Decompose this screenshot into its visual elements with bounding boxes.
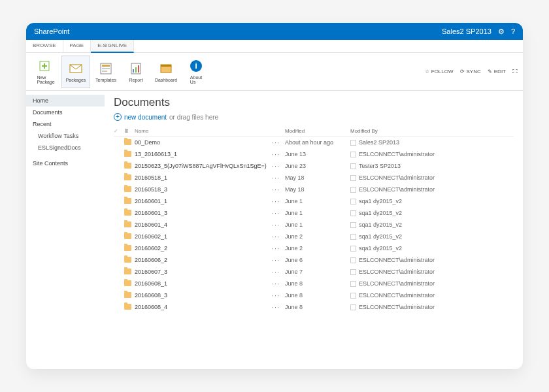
row-menu-icon[interactable]: ··· — [272, 244, 285, 252]
nav-eslsigneddocs[interactable]: ESLSignedDocs — [26, 142, 105, 154]
table-row[interactable]: 20160607_3···June 7ESLCONNECT\administra… — [114, 266, 514, 278]
row-modified-by[interactable]: ESLCONNECT\administrator — [350, 280, 455, 287]
row-menu-icon[interactable]: ··· — [272, 233, 285, 240]
col-name[interactable]: Name — [135, 128, 272, 134]
ribbon-about-us[interactable]: iAboutUs — [182, 56, 210, 88]
nav-documents[interactable]: Documents — [26, 106, 105, 118]
help-icon[interactable]: ? — [511, 27, 515, 35]
table-row[interactable]: 20160601_4···June 1sqa1 dy2015_v2 — [114, 219, 514, 231]
tab-e-signlive[interactable]: E-SIGNLIVE — [91, 40, 134, 53]
row-menu-icon[interactable]: ··· — [272, 256, 285, 264]
svg-rect-10 — [135, 67, 137, 73]
table-row[interactable]: 20160602_2···June 2sqa1 dy2015_v2 — [114, 242, 514, 254]
row-name[interactable]: 20150623_5(Jy07iWS887LAgVFlHvQLxSn1SgE=) — [135, 163, 272, 169]
col-check[interactable]: ✓ — [114, 128, 124, 134]
user-label[interactable]: Sales2 SP2013 — [442, 27, 491, 35]
ribbon-action-follow[interactable]: ☆FOLLOW — [425, 69, 454, 74]
ribbon-templates[interactable]: Templates — [92, 56, 120, 88]
app-window: SharePoint Sales2 SP2013 ⚙ ? BROWSEPAGEE… — [26, 23, 523, 369]
row-modified-by[interactable]: ESLCONNECT\administrator — [350, 151, 455, 157]
row-name[interactable]: 20160608_4 — [135, 304, 272, 310]
table-row[interactable]: 20160606_2···June 6ESLCONNECT\administra… — [114, 254, 514, 266]
row-name[interactable]: 20160607_3 — [135, 269, 272, 275]
folder-icon — [124, 280, 135, 287]
ribbon-action-expand[interactable]: ⛶ — [512, 69, 518, 74]
row-name[interactable]: 20160602_2 — [135, 245, 272, 252]
row-modified-by[interactable]: sqa1 dy2015_v2 — [350, 210, 455, 216]
row-modified-by[interactable]: Sales2 SP2013 — [350, 139, 455, 146]
table-row[interactable]: 20160601_1···June 1sqa1 dy2015_v2 — [114, 195, 514, 207]
ribbon-action-edit[interactable]: ✎EDIT — [488, 69, 506, 74]
row-menu-icon[interactable]: ··· — [272, 280, 285, 287]
row-name[interactable]: 20160608_1 — [135, 280, 272, 287]
row-name[interactable]: 20160601_3 — [135, 210, 272, 216]
row-modified-by[interactable]: ESLCONNECT\administrator — [350, 174, 455, 181]
row-menu-icon[interactable]: ··· — [272, 221, 285, 229]
ribbon-packages[interactable]: Packages — [61, 56, 90, 88]
row-menu-icon[interactable]: ··· — [272, 197, 285, 205]
table-row[interactable]: 20160608_1···June 8ESLCONNECT\administra… — [114, 278, 514, 289]
ribbon-action-sync[interactable]: ⟳SYNC — [460, 69, 481, 74]
table-row[interactable]: 20160518_3···May 18ESLCONNECT\administra… — [114, 184, 514, 195]
nav-home[interactable]: Home — [26, 95, 105, 106]
row-name[interactable]: 20160518_3 — [135, 186, 272, 193]
row-modified-by[interactable]: ESLCONNECT\administrator — [350, 186, 455, 193]
row-menu-icon[interactable]: ··· — [272, 150, 285, 158]
row-modified-by[interactable]: sqa1 dy2015_v2 — [350, 245, 455, 252]
row-modified-by[interactable]: sqa1 dy2015_v2 — [350, 233, 455, 240]
row-name[interactable]: 20160601_1 — [135, 198, 272, 204]
folder-icon — [124, 174, 135, 182]
row-menu-icon[interactable]: ··· — [272, 174, 285, 182]
row-modified: June 8 — [285, 304, 350, 310]
row-modified-by[interactable]: sqa1 dy2015_v2 — [350, 221, 455, 228]
row-modified: May 18 — [285, 174, 350, 181]
row-modified-by[interactable]: sqa1 dy2015_v2 — [350, 198, 455, 204]
row-modified-by[interactable]: ESLCONNECT\administrator — [350, 304, 455, 310]
table-row[interactable]: 13_20160613_1···June 13ESLCONNECT\admini… — [114, 148, 514, 160]
row-name[interactable]: 00_Demo — [135, 139, 272, 146]
nav-site-contents[interactable]: Site Contents — [26, 157, 105, 169]
table-row[interactable]: 20160601_3···June 1sqa1 dy2015_v2 — [114, 207, 514, 219]
user-icon — [350, 187, 356, 193]
row-menu-icon[interactable]: ··· — [272, 209, 285, 217]
table-row[interactable]: 20150623_5(Jy07iWS887LAgVFlHvQLxSn1SgE=)… — [114, 160, 514, 172]
row-name[interactable]: 20160518_1 — [135, 174, 272, 181]
row-menu-icon[interactable]: ··· — [272, 268, 285, 276]
row-name[interactable]: 13_20160613_1 — [135, 151, 272, 157]
ribbon-new-package[interactable]: NewPackage — [31, 56, 60, 88]
ribbon-right: ☆FOLLOW⟳SYNC✎EDIT⛶ — [425, 69, 518, 74]
row-menu-icon[interactable]: ··· — [272, 303, 285, 311]
new-document-link[interactable]: + new document or drag files here — [114, 113, 514, 121]
row-menu-icon[interactable]: ··· — [272, 162, 285, 170]
row-modified-by[interactable]: ESLCONNECT\administrator — [350, 292, 455, 299]
folder-icon — [124, 257, 135, 264]
nav-recent[interactable]: Recent — [26, 118, 105, 130]
row-name[interactable]: 20160601_4 — [135, 221, 272, 228]
row-modified-by[interactable]: ESLCONNECT\administrator — [350, 257, 455, 263]
user-icon — [350, 175, 356, 181]
tab-browse[interactable]: BROWSE — [26, 40, 63, 52]
gear-icon[interactable]: ⚙ — [498, 27, 505, 36]
folder-icon — [124, 233, 135, 240]
row-modified-by[interactable]: ESLCONNECT\administrator — [350, 269, 455, 275]
ribbon-report[interactable]: Report — [122, 56, 150, 88]
row-name[interactable]: 20160602_1 — [135, 233, 272, 240]
ribbon-dashboard[interactable]: Dashboard — [152, 56, 180, 88]
table-row[interactable]: 20160602_1···June 2sqa1 dy2015_v2 — [114, 231, 514, 242]
col-modified[interactable]: Modified — [285, 128, 350, 134]
table-row[interactable]: 20160518_1···May 18ESLCONNECT\administra… — [114, 172, 514, 184]
table-row[interactable]: 20160608_4···June 8ESLCONNECT\administra… — [114, 301, 514, 313]
tab-page[interactable]: PAGE — [63, 40, 92, 52]
row-modified-by[interactable]: Tester3 SP2013 — [350, 163, 455, 169]
table-row[interactable]: 20160608_3···June 8ESLCONNECT\administra… — [114, 289, 514, 301]
row-name[interactable]: 20160606_2 — [135, 257, 272, 263]
row-name[interactable]: 20160608_3 — [135, 292, 272, 299]
row-menu-icon[interactable]: ··· — [272, 139, 285, 146]
table-row[interactable]: 00_Demo···About an hour agoSales2 SP2013 — [114, 137, 514, 148]
folder-icon — [124, 269, 135, 276]
folder-icon — [124, 186, 135, 193]
nav-workflow-tasks[interactable]: Workflow Tasks — [26, 130, 105, 142]
col-modified-by[interactable]: Modified By — [350, 128, 455, 134]
row-menu-icon[interactable]: ··· — [272, 291, 285, 299]
row-menu-icon[interactable]: ··· — [272, 186, 285, 193]
